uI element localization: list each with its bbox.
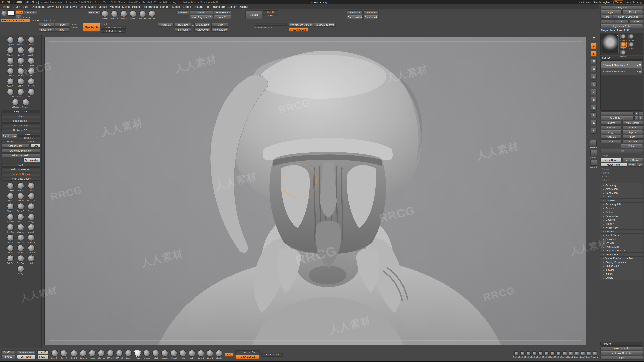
subtool-item[interactable]: Merged_Male_Torso_1 <box>602 68 642 75</box>
duplicate-button[interactable]: Duplicate <box>158 23 174 27</box>
menu-item[interactable]: Edit <box>55 5 62 9</box>
brush-thumb[interactable]: MAHcut <box>115 350 124 359</box>
split-button[interactable]: Split <box>600 149 643 153</box>
mergevisible-shelf-button[interactable]: MergeVisible <box>212 27 228 31</box>
subpalette-header[interactable]: Texture Map <box>600 245 643 249</box>
material-picker-icon[interactable] <box>1 10 7 16</box>
brush-thumb[interactable]: CurveSL <box>16 68 25 77</box>
quicksave-button[interactable]: QuickSave <box>578 1 590 4</box>
mirror-button[interactable]: Mirror <box>190 10 213 14</box>
subpalette-header[interactable]: Polypaint <box>600 237 643 241</box>
shrinkmask-button[interactable]: ShrinkMask <box>364 15 379 19</box>
mergevisible-button[interactable]: MergeVisible <box>600 163 627 167</box>
nash-brush-thumb[interactable]: Nash-Gr <box>544 351 550 358</box>
shelf-thumb[interactable]: -Brush <box>590 150 597 158</box>
subpalette-header[interactable]: UV Map <box>600 241 643 245</box>
all-low-button[interactable]: All Low <box>600 125 621 129</box>
subpalette-header[interactable]: Deformation <box>600 214 643 218</box>
shelf-icon[interactable]: ▧ <box>591 74 597 80</box>
delete-subtool-button[interactable]: Delete <box>600 139 621 143</box>
menu-item[interactable]: File <box>62 5 69 9</box>
mirror-and-weld-button[interactable]: Mirror And Weld <box>1 153 40 157</box>
show-hide-all-button[interactable]: Show/HideAll <box>214 10 231 14</box>
smt-slider[interactable]: Smt 5 <box>263 14 278 17</box>
tool-section-label[interactable]: Extract <box>600 178 643 182</box>
shelf-icon[interactable]: ▼ <box>591 128 597 134</box>
decimation-label[interactable]: % of decimation 20 <box>254 26 286 29</box>
menu-item[interactable]: Draw <box>46 5 55 9</box>
menu-item[interactable]: Alpha <box>2 5 12 9</box>
brush-thumb[interactable]: Dam_St <box>206 350 214 359</box>
menu-item[interactable]: Stroke <box>182 5 192 9</box>
nash-brush-thumb[interactable]: Nash-Dr <box>568 351 574 358</box>
brush-thumb[interactable]: Dam_Nu <box>79 350 88 359</box>
subtool-up-button[interactable] <box>634 111 638 115</box>
brush-thumb[interactable]: Bos_Det <box>16 245 25 254</box>
menu-item[interactable]: Picker <box>131 5 141 9</box>
polish-by-groups-slider[interactable]: Polish By Groups <box>1 172 40 176</box>
visibility-eye-icon[interactable] <box>637 63 638 66</box>
polypaint-icon[interactable] <box>602 70 604 73</box>
shelf-icon[interactable]: ◎ <box>591 81 597 87</box>
goz-button[interactable]: GoZ <box>600 19 614 23</box>
brush-thumb[interactable]: hPolish <box>142 350 151 359</box>
shelf-thumb[interactable]: FreeHan <box>590 140 598 148</box>
brush-thumb[interactable]: Magnify <box>160 350 169 359</box>
menu-item[interactable]: Zplugin <box>227 5 238 9</box>
menu-item[interactable]: Macro <box>87 5 97 9</box>
extract-button[interactable]: Extract <box>245 10 262 19</box>
autoreorder-button[interactable]: AutoReorder <box>622 121 643 125</box>
brush-thumb[interactable]: Bolt_Pop <box>16 255 25 264</box>
brush-thumb[interactable]: Bol_Slo <box>6 255 14 264</box>
shelf-icon[interactable]: ■ <box>591 97 597 103</box>
collapse-right-button[interactable] <box>639 116 643 120</box>
brush-thumb[interactable]: SliceCirc <box>16 193 25 202</box>
subpalette-header[interactable]: Display Properties <box>600 260 643 264</box>
brush-thumb[interactable]: Masklm <box>6 47 14 56</box>
texture-import-button[interactable]: Import <box>600 356 643 360</box>
mergedown-button[interactable]: MergeDown <box>600 158 621 162</box>
shelf-icon[interactable]: ● <box>591 89 597 95</box>
brush-thumb[interactable]: Smooth <box>6 234 14 243</box>
backfacemask-button[interactable]: BackfaceMask <box>17 350 36 354</box>
tool-thumbnail[interactable]: Merged_Male_T <box>620 34 627 41</box>
weld-button[interactable]: Weld <box>628 163 636 167</box>
m-button[interactable]: M <box>16 15 21 19</box>
brush-thumb[interactable]: Chisel <box>16 57 25 66</box>
polish-crisp-edges-slider[interactable]: Polish Crisp Edges <box>1 177 40 181</box>
subpalette-header[interactable]: Geometry <box>600 183 643 187</box>
mask-brush-thumb[interactable]: MaskRec <box>148 10 156 19</box>
menu-item[interactable]: Stencil <box>171 5 182 9</box>
insert-button[interactable]: Insert <box>622 135 643 139</box>
brush-thumb[interactable]: Screw_B <box>27 245 36 254</box>
invert-vis-button[interactable]: Invert Vis <box>214 15 231 19</box>
del-all-button[interactable]: Del All <box>620 144 643 148</box>
tool-thumbnail[interactable]: Merged <box>628 42 635 49</box>
tool-section-label[interactable]: Boolean <box>600 167 643 171</box>
brush-thumb[interactable]: Crease <box>27 57 36 66</box>
menu-item[interactable]: Preferences <box>142 5 159 9</box>
brush-thumb[interactable]: Fuck_It <box>70 350 79 359</box>
nash-brush-thumb[interactable]: Nash-Sl <box>550 351 556 358</box>
uv-button[interactable]: Uv <box>637 163 643 167</box>
lazymouse-header[interactable]: LazyMouse <box>1 110 40 113</box>
groupvisible-button[interactable]: GroupVisible <box>23 158 40 162</box>
menu-item[interactable]: Marker <box>98 5 108 9</box>
project-toggle[interactable]: Project <box>71 23 78 25</box>
see-through-slider[interactable]: See-through▶0 <box>593 1 611 4</box>
brush-thumb[interactable]: MAHpol <box>106 350 115 359</box>
fillobject-button[interactable]: FillObject <box>24 10 37 14</box>
nash-brush-thumb[interactable]: Nash-Se <box>562 351 568 358</box>
default-zscript-button[interactable]: DefaultZScript <box>626 1 642 4</box>
mask-brush-thumb[interactable]: MaskPe <box>100 10 109 19</box>
growmask-button[interactable]: GrowMask <box>364 10 379 14</box>
brush-thumb[interactable]: Crease1 <box>27 203 36 212</box>
blur-slider[interactable]: Blur 0 <box>101 23 126 25</box>
loops-slider[interactable]: Loops 3 <box>1 140 20 143</box>
shelf-thumb[interactable]: Alpha 2 <box>590 160 597 168</box>
subpalette-header[interactable]: Initialize <box>600 268 643 272</box>
subpalette-header[interactable]: ArrayMesh <box>600 187 643 191</box>
tool-section-label[interactable]: Remesh <box>600 171 643 175</box>
decimate-current-button[interactable]: Decimate Current <box>314 23 336 27</box>
menu-item[interactable]: Light <box>79 5 87 9</box>
